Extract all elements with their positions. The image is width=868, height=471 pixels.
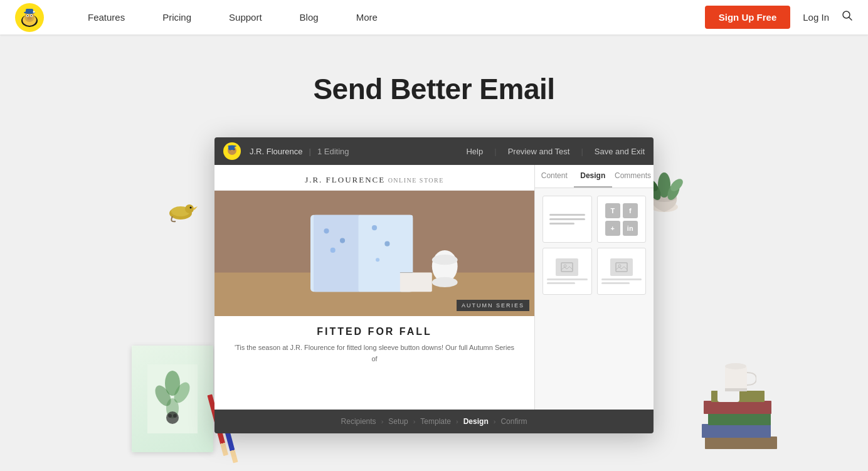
text-widget[interactable] xyxy=(542,196,592,243)
design-panel: Content Design Comments xyxy=(534,165,654,410)
autumn-badge: AUTUMN SERIES xyxy=(457,300,529,311)
svg-point-25 xyxy=(173,414,177,418)
svg-point-55 xyxy=(331,248,336,253)
nav-support[interactable]: Support xyxy=(210,0,281,34)
email-hero-bg: AUTUMN SERIES xyxy=(214,191,534,316)
svg-rect-66 xyxy=(616,263,627,272)
svg-rect-33 xyxy=(705,437,777,449)
mug-decoration xyxy=(722,363,756,403)
svg-point-6 xyxy=(27,15,28,16)
tab-design[interactable]: Design xyxy=(574,165,613,188)
email-body: 'Tis the season at J.R. Flourence for fi… xyxy=(233,342,516,364)
svg-point-57 xyxy=(384,241,389,246)
svg-rect-41 xyxy=(725,388,747,391)
email-preview: J.R. Flourence ONLINE STORE xyxy=(214,165,534,410)
step-recipients[interactable]: Recipients xyxy=(336,417,381,426)
svg-point-67 xyxy=(618,265,621,267)
svg-point-53 xyxy=(324,228,329,233)
svg-point-40 xyxy=(725,363,746,369)
mockup-topbar: J.R. Flourence | 1 Editing Help | Previe… xyxy=(214,137,654,165)
email-hero-image: AUTUMN SERIES xyxy=(214,191,534,316)
mockup-user: J.R. Flourence xyxy=(250,147,303,156)
nav-links: Features Pricing Support Blog More xyxy=(69,0,705,34)
svg-point-16 xyxy=(185,204,194,213)
email-header: J.R. Flourence ONLINE STORE xyxy=(214,165,534,191)
step-setup[interactable]: Setup xyxy=(383,417,413,426)
linkedin-icon: in xyxy=(623,221,638,236)
svg-point-54 xyxy=(340,238,345,243)
signup-button[interactable]: Sign Up Free xyxy=(705,6,791,29)
nav-blog[interactable]: Blog xyxy=(281,0,337,34)
bird-decoration xyxy=(163,198,198,231)
svg-point-23 xyxy=(166,411,179,424)
design-widgets: T f + in xyxy=(535,188,654,302)
navbar: Features Pricing Support Blog More Sign … xyxy=(0,0,868,34)
mockup-topbar-actions: Help | Preview and Test | Save and Exit xyxy=(466,147,645,156)
nav-actions: Sign Up Free Log In xyxy=(705,6,853,29)
svg-point-60 xyxy=(432,255,458,265)
svg-point-24 xyxy=(168,414,172,418)
svg-point-58 xyxy=(376,258,379,262)
search-icon[interactable] xyxy=(842,10,853,24)
nav-more[interactable]: More xyxy=(337,0,396,34)
image-widget-2[interactable] xyxy=(597,248,647,295)
mockup-separator: | xyxy=(309,147,311,156)
facebook-icon: f xyxy=(623,203,638,218)
svg-point-47 xyxy=(228,146,236,147)
svg-line-13 xyxy=(849,18,852,21)
mockup-save[interactable]: Save and Exit xyxy=(595,147,645,156)
mockup-steps: Recipients › Setup › Template › Design ›… xyxy=(214,410,654,433)
email-brand-sub: ONLINE STORE xyxy=(388,177,444,184)
svg-rect-51 xyxy=(314,215,361,292)
logo[interactable] xyxy=(15,3,44,32)
svg-rect-35 xyxy=(708,413,771,425)
svg-rect-34 xyxy=(702,424,771,438)
twitter-icon: T xyxy=(605,203,620,218)
svg-rect-62 xyxy=(400,273,432,292)
svg-point-17 xyxy=(190,207,192,209)
mockup-logo xyxy=(223,142,241,160)
mockup-body: J.R. Flourence ONLINE STORE xyxy=(214,165,654,410)
svg-point-11 xyxy=(33,11,35,13)
step-design[interactable]: Design xyxy=(458,417,494,426)
tab-comments[interactable]: Comments xyxy=(612,165,654,188)
card-decoration xyxy=(132,346,213,452)
image-placeholder-2 xyxy=(610,258,633,276)
plus-icon: + xyxy=(605,221,620,236)
image-placeholder xyxy=(556,258,578,276)
nav-features[interactable]: Features xyxy=(69,0,144,34)
nav-pricing[interactable]: Pricing xyxy=(144,0,210,34)
step-confirm[interactable]: Confirm xyxy=(495,417,532,426)
svg-rect-10 xyxy=(26,9,33,13)
tab-content[interactable]: Content xyxy=(535,165,574,188)
svg-rect-39 xyxy=(725,366,747,391)
mockup-editing: 1 Editing xyxy=(317,147,349,156)
login-button[interactable]: Log In xyxy=(803,12,829,23)
hero-title: Send Better Email xyxy=(13,72,855,106)
email-mockup: J.R. Flourence | 1 Editing Help | Previe… xyxy=(214,137,654,433)
design-tabs: Content Design Comments xyxy=(535,165,654,188)
mockup-preview[interactable]: Preview and Test xyxy=(508,147,570,156)
svg-point-7 xyxy=(31,15,32,16)
email-brand: J.R. Flourence xyxy=(305,175,385,184)
email-title: FITTED FOR FALL xyxy=(233,326,516,337)
svg-point-65 xyxy=(564,265,566,267)
email-content: FITTED FOR FALL 'Tis the season at J.R. … xyxy=(214,316,534,374)
svg-rect-64 xyxy=(561,263,573,272)
svg-point-56 xyxy=(372,225,377,230)
image-widget-1[interactable] xyxy=(542,248,592,295)
hero-section: Send Better Email xyxy=(0,34,868,471)
social-widget[interactable]: T f + in xyxy=(597,196,647,243)
step-template[interactable]: Template xyxy=(415,417,456,426)
svg-point-61 xyxy=(432,277,458,287)
svg-point-8 xyxy=(27,16,32,19)
mockup-help[interactable]: Help xyxy=(466,147,483,156)
